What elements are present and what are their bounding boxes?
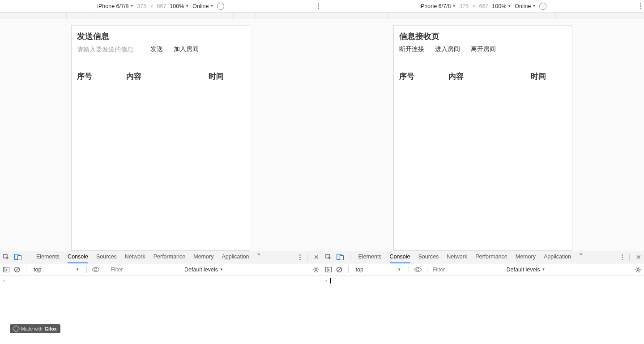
col-content: 内容 xyxy=(448,71,531,82)
svg-point-23 xyxy=(637,268,639,270)
devtools-more-icon[interactable] xyxy=(622,254,623,260)
leave-room-button[interactable]: 离开房间 xyxy=(471,45,496,53)
divider xyxy=(307,254,307,261)
table-header: 序号 内容 时间 xyxy=(399,71,567,82)
divider xyxy=(86,266,87,273)
tabs-overflow-icon[interactable]: » xyxy=(257,251,260,263)
zoom-select[interactable]: 100% ▼ xyxy=(170,3,189,9)
watermark-brand: Gifox xyxy=(45,326,57,331)
context-label: top xyxy=(34,267,41,273)
console-sidebar-icon[interactable] xyxy=(3,266,10,273)
tab-memory[interactable]: Memory xyxy=(516,251,536,263)
chevron-down-icon: ▼ xyxy=(398,267,401,271)
svg-line-12 xyxy=(314,267,314,268)
enter-room-button[interactable]: 进入房间 xyxy=(435,45,460,53)
inspect-icon[interactable] xyxy=(3,254,10,261)
rotate-icon[interactable] xyxy=(538,1,548,11)
tab-console[interactable]: Console xyxy=(68,251,88,263)
devtools-tabs: Elements Console Sources Network Perform… xyxy=(36,251,260,263)
page-title: 信息接收页 xyxy=(399,31,567,42)
gear-icon[interactable] xyxy=(635,267,641,273)
col-index: 序号 xyxy=(399,71,448,82)
divider xyxy=(26,266,26,273)
zoom-label: 100% xyxy=(170,3,184,9)
svg-line-31 xyxy=(636,271,637,271)
disconnect-button[interactable]: 断开连接 xyxy=(399,45,424,53)
context-select[interactable]: top ▼ xyxy=(354,266,403,274)
chevron-down-icon: ▼ xyxy=(542,267,546,271)
svg-line-14 xyxy=(317,267,318,268)
throttle-label: Online xyxy=(192,3,209,9)
tab-application[interactable]: Application xyxy=(222,251,249,263)
clear-console-icon[interactable] xyxy=(336,266,343,273)
viewport-height[interactable]: 667 xyxy=(157,3,166,9)
join-room-button[interactable]: 加入房间 xyxy=(174,45,199,53)
device-select[interactable]: iPhone 6/7/8 ▼ xyxy=(97,3,133,9)
pane-left: iPhone 6/7/8 ▼ 375 × 667 100% ▼ Online ▼ xyxy=(0,0,322,344)
console-body[interactable]: › xyxy=(0,276,322,344)
throttle-select[interactable]: Online ▼ xyxy=(192,3,213,9)
svg-line-6 xyxy=(15,268,19,271)
context-select[interactable]: top ▼ xyxy=(32,266,81,274)
more-icon[interactable] xyxy=(318,3,319,9)
devtools-more-icon[interactable] xyxy=(299,254,301,260)
filter-input[interactable] xyxy=(111,267,181,273)
live-expression-icon[interactable] xyxy=(92,266,99,273)
phone-frame: 信息接收页 断开连接 进入房间 离开房间 序号 内容 时间 xyxy=(393,25,572,251)
tabs-overflow-icon[interactable]: » xyxy=(579,251,582,263)
gifox-icon xyxy=(13,325,20,333)
svg-line-13 xyxy=(317,271,318,271)
tab-memory[interactable]: Memory xyxy=(193,251,213,263)
devtools-tabstrip: Elements Console Sources Network Perform… xyxy=(0,251,322,263)
device-toggle-icon[interactable] xyxy=(337,254,344,261)
svg-line-29 xyxy=(640,271,640,271)
live-expression-icon[interactable] xyxy=(414,266,422,273)
context-label: top xyxy=(356,267,363,273)
divider xyxy=(28,254,28,261)
gifox-watermark: Made with Gifox xyxy=(10,324,60,333)
viewport-height[interactable]: 667 xyxy=(479,3,488,9)
chevron-down-icon: ▼ xyxy=(210,4,213,8)
tab-elements[interactable]: Elements xyxy=(36,251,60,263)
levels-label: Default levels xyxy=(184,267,218,273)
throttle-select[interactable]: Online ▼ xyxy=(515,3,536,9)
tab-application[interactable]: Application xyxy=(544,251,571,263)
tab-performance[interactable]: Performance xyxy=(475,251,508,263)
tab-console[interactable]: Console xyxy=(390,251,410,263)
console-toolbar: top ▼ Default levels ▼ xyxy=(322,263,644,276)
message-input[interactable] xyxy=(77,46,140,53)
gear-icon[interactable] xyxy=(313,267,319,273)
svg-line-28 xyxy=(636,267,637,268)
page-title: 发送信息 xyxy=(77,31,244,42)
device-select[interactable]: iPhone 6/7/8 ▼ xyxy=(419,3,456,9)
tab-sources[interactable]: Sources xyxy=(418,251,439,263)
zoom-select[interactable]: 100% ▼ xyxy=(492,3,511,9)
tab-network[interactable]: Network xyxy=(125,251,145,263)
console-body[interactable]: › xyxy=(322,276,644,344)
inspect-icon[interactable] xyxy=(325,254,332,261)
col-time: 时间 xyxy=(209,71,244,82)
viewport-width[interactable]: 375 xyxy=(459,3,469,9)
device-toggle-icon[interactable] xyxy=(14,254,21,261)
more-icon[interactable] xyxy=(640,3,641,9)
log-level-select[interactable]: Default levels ▼ xyxy=(184,267,223,273)
divider xyxy=(427,266,427,273)
tab-network[interactable]: Network xyxy=(447,251,467,263)
table-header: 序号 内容 时间 xyxy=(77,71,244,82)
send-button[interactable]: 发送 xyxy=(150,45,163,53)
devtools-close-icon[interactable]: ✕ xyxy=(314,254,319,261)
filter-input[interactable] xyxy=(433,267,503,273)
rotate-icon[interactable] xyxy=(216,1,226,11)
tab-performance[interactable]: Performance xyxy=(154,251,186,263)
clear-console-icon[interactable] xyxy=(13,266,21,273)
console-sidebar-icon[interactable] xyxy=(325,266,332,273)
tab-elements[interactable]: Elements xyxy=(358,251,382,263)
log-level-select[interactable]: Default levels ▼ xyxy=(507,267,546,273)
devtools-close-icon[interactable]: ✕ xyxy=(636,254,641,261)
chevron-down-icon: ▼ xyxy=(220,267,223,271)
divider xyxy=(348,266,349,273)
svg-rect-2 xyxy=(18,256,21,260)
tab-sources[interactable]: Sources xyxy=(96,251,117,263)
viewport-width[interactable]: 375 xyxy=(137,3,146,9)
devtools-tabstrip: Elements Console Sources Network Perform… xyxy=(322,251,644,263)
